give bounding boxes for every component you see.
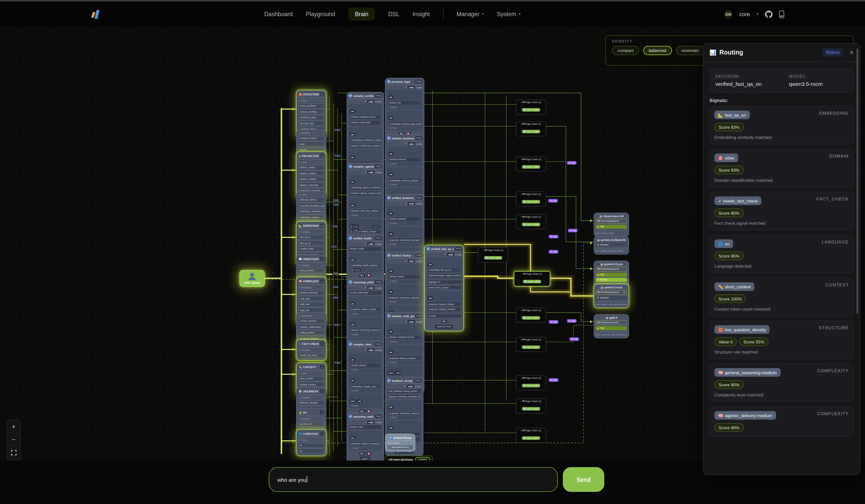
signal-item[interactable]: correction_feedback_markers: [298, 203, 324, 208]
signal-item[interactable]: jailbreak_standard: [298, 400, 324, 405]
collapse-icon[interactable]: ▼: [405, 143, 407, 145]
signal-card: 🎯other DOMAIN Score 93% Domain classific…: [710, 149, 854, 187]
signal-item[interactable]: coding_partner: [298, 330, 324, 335]
density-option-balanced[interactable]: balanced: [643, 46, 672, 55]
query-input[interactable]: who are you: [269, 467, 558, 492]
signal-item[interactable]: creative_tasks: [298, 246, 324, 251]
plugin-chain-node[interactable]: ▾ 🛠Plugin Chain (1)🔄 router replay: [516, 398, 546, 414]
signal-item[interactable]: fast_qa_en: [298, 235, 324, 239]
account-chevron-down-icon[interactable]: ▾: [757, 12, 758, 16]
plugin-chain-node[interactable]: ▾ 🛠Plugin Chain (1)🔄 router replay: [516, 337, 546, 352]
plugin-chain-node[interactable]: ▾ 🛠Plugin Chain (1)🔄 router replay: [516, 214, 546, 229]
route-node-verified_health[interactable]: ⇄verified_healthP214▼AND2 rulesdomain: h…: [347, 234, 384, 285]
plugin-chain-node[interactable]: ▾ 🛠Plugin Chain (1)🔄 router replay: [516, 99, 546, 115]
send-button[interactable]: Send: [563, 467, 604, 492]
rules-count: 6 rules: [455, 253, 462, 256]
nav-item-insight[interactable]: Insight: [413, 11, 430, 17]
plugin-chain-node[interactable]: ▾ 🛠Plugin Chain (1)🔄 router replay: [478, 247, 508, 262]
collapse-icon[interactable]: ▼: [365, 287, 367, 289]
fit-view-button[interactable]: [7, 446, 20, 459]
model-node-qwen3.5-rocm[interactable]: 🤖 qwen3.5-rocm🧠 Reasoning (qwen3)⚡⚡ Stan…: [594, 284, 629, 308]
github-icon[interactable]: [765, 10, 773, 18]
collapse-icon[interactable]: ▼: [405, 86, 407, 89]
nav-item-playground[interactable]: Playground: [306, 11, 335, 17]
signal-item[interactable]: clarification_feedback_markers: [298, 209, 324, 214]
collapse-icon[interactable]: ▼: [365, 421, 367, 423]
route-node-complex_stem[interactable]: ⇄complex_stemP235▼AND3 rulesORdomain: ph…: [347, 340, 384, 421]
signal-item[interactable]: code_task: [298, 296, 324, 301]
signal-item[interactable]: balance_complex: [298, 177, 324, 182]
signal-item[interactable]: en: [298, 443, 324, 448]
signal-item[interactable]: concise_answers: [298, 318, 324, 324]
nav-item-dashboard[interactable]: Dashboard: [264, 11, 293, 17]
model-from: from: medium_code_general, medium...: [596, 301, 627, 305]
collapse-icon[interactable]: ▼: [405, 260, 407, 262]
plugin-chain-node[interactable]: ▾ 🛠Plugin Chain (1)🔄 router replay: [516, 121, 546, 136]
avatar[interactable]: CO: [724, 10, 733, 19]
plugin-chain-node[interactable]: ▾ 🛠Plugin Chain (1)🔄 router replay: [514, 271, 550, 286]
collapse-icon[interactable]: ▼: [405, 202, 407, 204]
collapse-icon[interactable]: ▼: [404, 385, 406, 387]
signal-item[interactable]: general_reasoning: [298, 290, 324, 295]
signal-item[interactable]: jailbreak_attempt: [298, 197, 324, 202]
plugin-chain-node[interactable]: ▾ 🛠Plugin Chain (1)🔄 router replay: [516, 307, 546, 323]
signal-item[interactable]: many_questions: [298, 103, 324, 108]
signal-item[interactable]: first_then_flow: [298, 121, 324, 126]
zoom-in-button[interactable]: +: [7, 420, 20, 433]
route-node-reasoning_math[interactable]: ⇄reasoning_mathP250▼AND2 rulesdomain: ma…: [347, 413, 384, 460]
signal-group-node-fact-check[interactable]: ✓FACT CHECK1⏱10-50ms▾needs_fact_check: [296, 339, 326, 360]
collapse-icon[interactable]: ▼: [365, 243, 367, 245]
signal-group-node-language[interactable]: 🌐LANGUAGE2⏱<1ms▾enzh: [296, 429, 326, 456]
nav-item-system[interactable]: System▾: [497, 11, 521, 17]
route-node-premium_legal[interactable]: ⇄premium_legalP260▼AND2 rulesORdomain: l…: [385, 78, 424, 143]
user-query-node[interactable]: User Query: [240, 270, 265, 287]
signal-item[interactable]: fast_qa_zh: [298, 241, 324, 245]
model-node-gemini-2.5-flash-lite[interactable]: 🤖 gemini-2.5-flash-lite⚡ Standardfrom: v…: [594, 236, 629, 255]
signal-item[interactable]: balance_reasoning: [298, 183, 324, 188]
app-logo-icon[interactable]: [91, 10, 101, 19]
nav-item-brain[interactable]: Brain: [348, 8, 375, 21]
collapse-icon[interactable]: ▼: [445, 254, 446, 256]
signal-item[interactable]: numbered_steps: [298, 115, 324, 120]
signal-item[interactable]: math_task: [298, 302, 324, 307]
signal-item[interactable]: wrong_answer: [298, 268, 324, 273]
density-option-compact[interactable]: compact: [612, 46, 639, 55]
signal-item[interactable]: verification_markers: [298, 215, 324, 220]
signal-item[interactable]: needs_fact_check: [298, 353, 324, 358]
model-name: 🤖 claude-opus-4.6: [596, 215, 627, 218]
plugin-chain-node[interactable]: ▾ 🛠Plugin Chain (1)🔄 router replay: [516, 191, 546, 207]
collapse-icon[interactable]: ▼: [365, 101, 367, 103]
default-route-node[interactable]: ⟳Default Route FALLBACK → qwen/qwen3.5-r…: [385, 434, 415, 451]
route-node-verified_fast_qa_en[interactable]: ⇄verified_fast_qa_enP176▼AND6 rulesORemb…: [424, 245, 464, 331]
expand-button[interactable]: Expand: [416, 457, 430, 460]
panel-scrollbar[interactable]: [856, 48, 858, 314]
account-name[interactable]: core: [739, 11, 750, 17]
signal-item[interactable]: creative_collaboration: [298, 324, 324, 329]
collapse-icon[interactable]: ▼: [365, 171, 367, 173]
mobile-device-icon[interactable]: [779, 10, 784, 18]
group-icon: 📐: [299, 224, 302, 227]
density-option-cinematic[interactable]: cinematic: [676, 46, 705, 55]
plugin-chain-node[interactable]: ▾ 🛠Plugin Chain (1)🔄 router replay: [516, 375, 546, 390]
collapse-icon[interactable]: ▼: [365, 349, 367, 351]
collapse-icon[interactable]: ▼: [405, 321, 407, 323]
signal-item[interactable]: math: [298, 141, 324, 146]
model-node-claude-opus-4.6[interactable]: 🤖 claude-opus-4.6🧠 Reasoning (qwen3)🔥 Hi…: [594, 213, 629, 237]
plugin-chain-node[interactable]: ▾ 🛠Plugin Chain (1)🔄 router replay: [516, 428, 546, 443]
rule-operator: OR: [388, 212, 394, 215]
nav-item-dsl[interactable]: DSL: [388, 11, 400, 17]
signal-item[interactable]: balance_simple: [298, 165, 324, 170]
model-node-gpt5.4[interactable]: 🤖 gpt5.4🧠 Reasoning (qwen3)🔥 Highfrom: r…: [594, 314, 629, 338]
zoom-out-button[interactable]: −: [7, 433, 20, 446]
signal-item[interactable]: computer science: [298, 136, 324, 141]
signal-item[interactable]: short_context: [298, 376, 324, 381]
plugin-chain-label: Plugin Chain (1): [525, 101, 541, 104]
plugin-chain-node[interactable]: ▾ 🛠Plugin Chain (1)🔄 router replay: [516, 156, 546, 172]
close-icon[interactable]: ✕: [849, 49, 854, 56]
signal-item[interactable]: ordered_workflow: [298, 109, 324, 114]
signal-item[interactable]: zh: [298, 448, 324, 454]
signal-item[interactable]: balance_medium: [298, 171, 324, 176]
signal-item[interactable]: medium_context: [298, 382, 324, 387]
signal-item[interactable]: pii_deny_all: [298, 421, 324, 426]
nav-item-manager[interactable]: Manager▾: [457, 11, 484, 17]
